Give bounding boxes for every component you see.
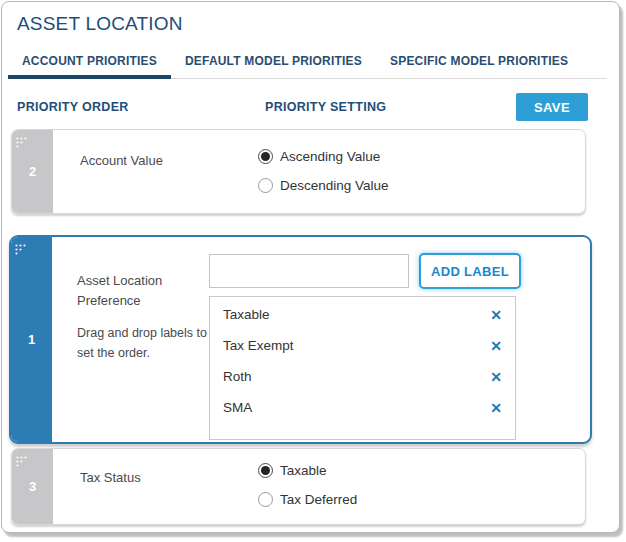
radio-ascending-value[interactable]: Ascending Value (258, 142, 389, 171)
radio-label: Taxable (280, 463, 327, 478)
card-account-value: 2 Account Value Ascending Value Descendi… (11, 129, 586, 214)
list-item-roth[interactable]: Roth ✕ (210, 361, 515, 392)
label-text: Taxable (223, 307, 270, 322)
label-text: Roth (223, 369, 252, 384)
remove-label-icon[interactable]: ✕ (490, 339, 502, 353)
card-label: Tax Status (53, 449, 258, 524)
list-item-sma[interactable]: SMA ✕ (210, 392, 515, 423)
remove-label-icon[interactable]: ✕ (490, 308, 502, 322)
tab-default-model-priorities[interactable]: DEFAULT MODEL PRIORITIES (171, 45, 376, 79)
asset-location-panel: ASSET LOCATION ACCOUNT PRIORITIES DEFAUL… (1, 1, 620, 533)
screenshot-stage: ASSET LOCATION ACCOUNT PRIORITIES DEFAUL… (0, 0, 626, 542)
tax-status-options: Taxable Tax Deferred (258, 449, 357, 524)
card-tax-status: 3 Tax Status Taxable Tax Deferred (11, 448, 586, 525)
remove-label-icon[interactable]: ✕ (490, 401, 502, 415)
radio-taxable[interactable]: Taxable (258, 456, 357, 485)
radio-button-icon[interactable] (258, 492, 273, 507)
new-label-input[interactable] (209, 254, 409, 288)
list-item-tax-exempt[interactable]: Tax Exempt ✕ (210, 330, 515, 361)
radio-label: Tax Deferred (280, 492, 357, 507)
radio-tax-deferred[interactable]: Tax Deferred (258, 485, 357, 514)
add-label-button[interactable]: ADD LABEL (419, 253, 521, 289)
priority-number: 1 (28, 332, 35, 347)
label-text: SMA (223, 400, 252, 415)
priority-cards: 2 Account Value Ascending Value Descendi… (11, 129, 586, 525)
priority-setting-header: PRIORITY SETTING (265, 100, 516, 114)
radio-label: Descending Value (280, 178, 389, 193)
tab-bar: ACCOUNT PRIORITIES DEFAULT MODEL PRIORIT… (8, 45, 607, 79)
drag-strip-asset-location[interactable]: 1 (11, 237, 52, 442)
radio-label: Ascending Value (280, 149, 380, 164)
drag-handle-icon (16, 134, 27, 152)
label-text: Tax Exempt (223, 338, 294, 353)
priority-order-header: PRIORITY ORDER (17, 100, 265, 114)
drag-strip-account-value[interactable]: 2 (12, 130, 53, 213)
page-title: ASSET LOCATION (17, 13, 603, 35)
label-order-list: Taxable ✕ Tax Exempt ✕ Roth ✕ (209, 296, 516, 440)
priority-number: 3 (29, 479, 36, 494)
drag-handle-icon (16, 453, 27, 471)
remove-label-icon[interactable]: ✕ (490, 370, 502, 384)
list-item-taxable[interactable]: Taxable ✕ (210, 299, 515, 330)
priority-number: 2 (29, 164, 36, 179)
save-button[interactable]: SAVE (516, 93, 588, 121)
tab-account-priorities[interactable]: ACCOUNT PRIORITIES (8, 45, 171, 79)
label-editor: ADD LABEL Taxable ✕ Tax Exempt ✕ (209, 237, 521, 442)
account-value-options: Ascending Value Descending Value (258, 130, 389, 213)
radio-button-icon[interactable] (258, 178, 273, 193)
drag-handle-icon (15, 241, 26, 259)
card-label: Asset Location Preference (77, 271, 209, 311)
radio-button-icon[interactable] (258, 149, 273, 164)
column-header-row: PRIORITY ORDER PRIORITY SETTING SAVE (17, 93, 588, 121)
radio-descending-value[interactable]: Descending Value (258, 171, 389, 200)
card-asset-location-preference: 1 Asset Location Preference Drag and dro… (9, 235, 592, 444)
card-label: Account Value (53, 130, 258, 213)
drag-drop-help-text: Drag and drop labels to set the order. (77, 324, 209, 363)
radio-button-icon[interactable] (258, 463, 273, 478)
drag-strip-tax-status[interactable]: 3 (12, 449, 53, 524)
tab-specific-model-priorities[interactable]: SPECIFIC MODEL PRIORITIES (376, 45, 582, 79)
